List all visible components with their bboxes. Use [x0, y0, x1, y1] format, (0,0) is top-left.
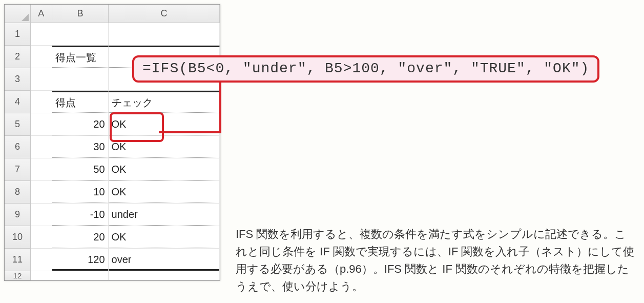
cell-A2[interactable] [31, 46, 52, 68]
row-header[interactable]: 2 [5, 46, 31, 68]
cell-C7[interactable]: OK [109, 158, 220, 181]
cell-A9[interactable] [31, 204, 52, 226]
cell-A6[interactable] [31, 136, 52, 158]
cell-C10[interactable]: OK [109, 226, 220, 249]
cell-B12[interactable] [52, 271, 109, 280]
callout-connector-vertical [219, 82, 221, 133]
row-header[interactable]: 6 [5, 136, 31, 158]
row-header[interactable]: 4 [5, 91, 31, 113]
row-header[interactable]: 11 [5, 249, 31, 271]
cell-B11[interactable]: 120 [52, 249, 109, 271]
cell-A7[interactable] [31, 158, 52, 181]
row-header[interactable]: 9 [5, 204, 31, 226]
cell-A1[interactable] [31, 23, 52, 46]
cell-B1[interactable] [52, 23, 109, 46]
select-all-triangle-icon[interactable] [5, 5, 31, 23]
spreadsheet: A B C 1 2 得点一覧 3 4 得点 チ [4, 4, 220, 281]
cell-B5[interactable]: 20 [52, 113, 109, 136]
cell-B2-title[interactable]: 得点一覧 [52, 46, 109, 68]
column-header-C[interactable]: C [109, 5, 220, 23]
cell-C1[interactable] [109, 23, 220, 46]
cell-B9[interactable]: -10 [52, 204, 109, 226]
cell-B4-score-header[interactable]: 得点 [52, 91, 109, 113]
column-header-row: A B C [5, 5, 220, 23]
cell-A5[interactable] [31, 113, 52, 136]
page: A B C 1 2 得点一覧 3 4 得点 チ [0, 0, 644, 303]
cell-B7[interactable]: 50 [52, 158, 109, 181]
row-header[interactable]: 8 [5, 181, 31, 204]
cell-B6[interactable]: 30 [52, 136, 109, 158]
cell-A8[interactable] [31, 181, 52, 204]
row-header[interactable]: 12 [5, 271, 31, 280]
cell-B3[interactable] [52, 68, 109, 91]
cell-A12[interactable] [31, 271, 52, 280]
column-header-B[interactable]: B [52, 5, 109, 23]
row-header[interactable]: 5 [5, 113, 31, 136]
column-header-A[interactable]: A [31, 5, 53, 23]
formula-callout: =IFS(B5<0, "under", B5>100, "over", "TRU… [132, 55, 599, 83]
cell-A3[interactable] [31, 68, 52, 91]
row-header[interactable]: 7 [5, 158, 31, 181]
callout-connector-horizontal [159, 131, 221, 133]
cell-A4[interactable] [31, 91, 52, 113]
cell-C6[interactable]: OK [109, 136, 220, 158]
row-header[interactable]: 10 [5, 226, 31, 249]
cell-C9[interactable]: under [109, 204, 220, 226]
cell-B10[interactable]: 20 [52, 226, 109, 249]
row-header[interactable]: 3 [5, 68, 31, 91]
cell-C8[interactable]: OK [109, 181, 220, 204]
row-header[interactable]: 1 [5, 23, 31, 46]
cell-C4-check-header[interactable]: チェック [109, 91, 220, 113]
cell-A11[interactable] [31, 249, 52, 271]
cell-A10[interactable] [31, 226, 52, 249]
explanation-paragraph: IFS 関数を利用すると、複数の条件を満たす式をシンプルに記述できる。これと同じ… [236, 226, 635, 295]
cell-C11[interactable]: over [109, 249, 220, 271]
cell-B8[interactable]: 10 [52, 181, 109, 204]
cell-C12[interactable] [109, 271, 220, 280]
